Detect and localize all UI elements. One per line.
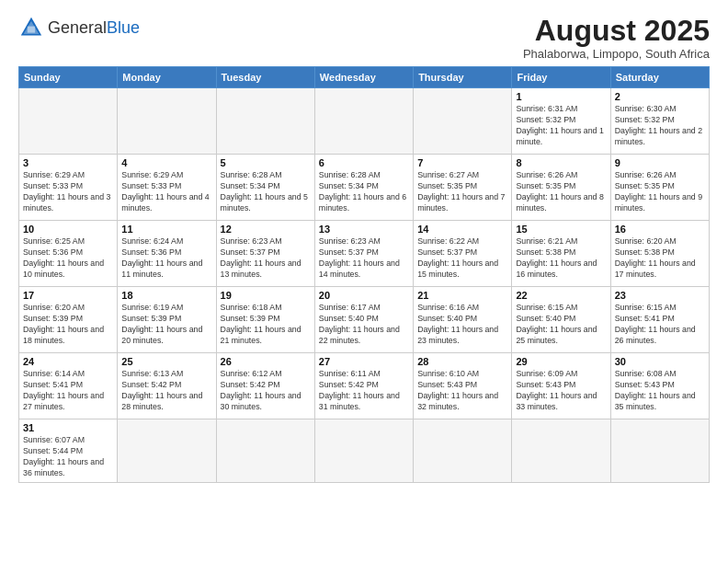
calendar-cell: 9Sunrise: 6:26 AM Sunset: 5:35 PM Daylig… xyxy=(610,155,709,221)
day-info: Sunrise: 6:18 AM Sunset: 5:39 PM Dayligh… xyxy=(221,303,311,347)
day-info: Sunrise: 6:29 AM Sunset: 5:33 PM Dayligh… xyxy=(121,170,211,214)
day-info: Sunrise: 6:15 AM Sunset: 5:41 PM Dayligh… xyxy=(615,303,705,347)
day-number: 3 xyxy=(23,157,113,168)
day-info: Sunrise: 6:30 AM Sunset: 5:32 PM Dayligh… xyxy=(615,104,705,148)
day-number: 22 xyxy=(516,290,606,301)
location-subtitle: Phalaborwa, Limpopo, South Africa xyxy=(523,47,710,61)
calendar-week-row: 3Sunrise: 6:29 AM Sunset: 5:33 PM Daylig… xyxy=(19,155,710,221)
calendar-cell xyxy=(118,419,216,483)
weekday-header-friday: Friday xyxy=(512,67,610,88)
calendar-cell: 18Sunrise: 6:19 AM Sunset: 5:39 PM Dayli… xyxy=(118,287,216,353)
weekday-header-thursday: Thursday xyxy=(414,67,512,88)
calendar-week-row: 1Sunrise: 6:31 AM Sunset: 5:32 PM Daylig… xyxy=(19,88,710,155)
calendar-cell: 2Sunrise: 6:30 AM Sunset: 5:32 PM Daylig… xyxy=(610,88,709,155)
calendar-cell: 20Sunrise: 6:17 AM Sunset: 5:40 PM Dayli… xyxy=(314,287,413,353)
day-info: Sunrise: 6:28 AM Sunset: 5:34 PM Dayligh… xyxy=(319,170,409,214)
calendar-cell xyxy=(118,88,216,155)
calendar-week-row: 17Sunrise: 6:20 AM Sunset: 5:39 PM Dayli… xyxy=(19,287,710,353)
calendar-cell: 25Sunrise: 6:13 AM Sunset: 5:42 PM Dayli… xyxy=(118,353,216,419)
day-number: 13 xyxy=(319,224,409,235)
day-number: 18 xyxy=(121,290,211,301)
day-info: Sunrise: 6:25 AM Sunset: 5:36 PM Dayligh… xyxy=(23,236,113,281)
day-info: Sunrise: 6:29 AM Sunset: 5:33 PM Dayligh… xyxy=(23,170,113,214)
day-number: 26 xyxy=(221,356,311,367)
day-number: 30 xyxy=(615,356,705,367)
calendar-cell: 7Sunrise: 6:27 AM Sunset: 5:35 PM Daylig… xyxy=(414,155,512,221)
calendar-cell: 6Sunrise: 6:28 AM Sunset: 5:34 PM Daylig… xyxy=(314,155,413,221)
day-info: Sunrise: 6:26 AM Sunset: 5:35 PM Dayligh… xyxy=(615,170,705,214)
weekday-header-tuesday: Tuesday xyxy=(216,67,314,88)
calendar-week-row: 24Sunrise: 6:14 AM Sunset: 5:41 PM Dayli… xyxy=(19,353,710,419)
weekday-header-row: SundayMondayTuesdayWednesdayThursdayFrid… xyxy=(19,67,710,88)
day-info: Sunrise: 6:24 AM Sunset: 5:36 PM Dayligh… xyxy=(121,236,211,281)
calendar-cell: 19Sunrise: 6:18 AM Sunset: 5:39 PM Dayli… xyxy=(216,287,314,353)
calendar-cell: 3Sunrise: 6:29 AM Sunset: 5:33 PM Daylig… xyxy=(19,155,118,221)
day-info: Sunrise: 6:15 AM Sunset: 5:40 PM Dayligh… xyxy=(516,303,606,347)
day-number: 15 xyxy=(516,224,606,235)
logo-icon xyxy=(18,15,44,40)
day-info: Sunrise: 6:31 AM Sunset: 5:32 PM Dayligh… xyxy=(516,104,606,148)
day-number: 31 xyxy=(23,422,113,433)
day-number: 11 xyxy=(121,224,211,235)
day-info: Sunrise: 6:27 AM Sunset: 5:35 PM Dayligh… xyxy=(417,170,507,214)
day-info: Sunrise: 6:11 AM Sunset: 5:42 PM Dayligh… xyxy=(319,369,409,413)
calendar-cell: 13Sunrise: 6:23 AM Sunset: 5:37 PM Dayli… xyxy=(314,221,413,287)
calendar-cell xyxy=(512,419,610,483)
calendar-cell: 11Sunrise: 6:24 AM Sunset: 5:36 PM Dayli… xyxy=(118,221,216,287)
calendar-cell xyxy=(216,88,314,155)
calendar-cell xyxy=(216,419,314,483)
calendar-cell: 16Sunrise: 6:20 AM Sunset: 5:38 PM Dayli… xyxy=(610,221,709,287)
page: GeneralBlue August 2025 Phalaborwa, Limp… xyxy=(0,0,728,563)
header-area: GeneralBlue August 2025 Phalaborwa, Limp… xyxy=(18,15,710,61)
logo: GeneralBlue xyxy=(18,15,140,40)
calendar-cell: 28Sunrise: 6:10 AM Sunset: 5:43 PM Dayli… xyxy=(414,353,512,419)
day-number: 28 xyxy=(417,356,507,367)
calendar-cell: 1Sunrise: 6:31 AM Sunset: 5:32 PM Daylig… xyxy=(512,88,610,155)
title-area: August 2025 Phalaborwa, Limpopo, South A… xyxy=(523,15,710,61)
day-info: Sunrise: 6:10 AM Sunset: 5:43 PM Dayligh… xyxy=(417,369,507,413)
logo-text: GeneralBlue xyxy=(48,19,140,36)
calendar-cell xyxy=(414,88,512,155)
day-number: 23 xyxy=(615,290,705,301)
calendar-cell: 12Sunrise: 6:23 AM Sunset: 5:37 PM Dayli… xyxy=(216,221,314,287)
day-number: 25 xyxy=(121,356,211,367)
day-number: 19 xyxy=(221,290,311,301)
day-number: 17 xyxy=(23,290,113,301)
day-number: 9 xyxy=(615,157,705,168)
calendar-cell: 15Sunrise: 6:21 AM Sunset: 5:38 PM Dayli… xyxy=(512,221,610,287)
day-info: Sunrise: 6:14 AM Sunset: 5:41 PM Dayligh… xyxy=(23,369,113,413)
day-info: Sunrise: 6:13 AM Sunset: 5:42 PM Dayligh… xyxy=(121,369,211,413)
day-number: 6 xyxy=(319,157,409,168)
day-number: 2 xyxy=(615,91,705,102)
weekday-header-saturday: Saturday xyxy=(610,67,709,88)
day-number: 21 xyxy=(417,290,507,301)
calendar-week-row: 10Sunrise: 6:25 AM Sunset: 5:36 PM Dayli… xyxy=(19,221,710,287)
day-number: 20 xyxy=(319,290,409,301)
calendar-cell xyxy=(19,88,118,155)
day-number: 10 xyxy=(23,224,113,235)
day-info: Sunrise: 6:19 AM Sunset: 5:39 PM Dayligh… xyxy=(121,303,211,347)
weekday-header-wednesday: Wednesday xyxy=(314,67,413,88)
day-info: Sunrise: 6:28 AM Sunset: 5:34 PM Dayligh… xyxy=(221,170,311,214)
calendar-cell xyxy=(314,419,413,483)
day-info: Sunrise: 6:20 AM Sunset: 5:39 PM Dayligh… xyxy=(23,303,113,347)
calendar-table: SundayMondayTuesdayWednesdayThursdayFrid… xyxy=(18,66,710,483)
day-number: 29 xyxy=(516,356,606,367)
calendar-cell: 31Sunrise: 6:07 AM Sunset: 5:44 PM Dayli… xyxy=(19,419,118,483)
day-number: 12 xyxy=(221,224,311,235)
day-info: Sunrise: 6:22 AM Sunset: 5:37 PM Dayligh… xyxy=(417,236,507,281)
day-info: Sunrise: 6:09 AM Sunset: 5:43 PM Dayligh… xyxy=(516,369,606,413)
calendar-cell: 21Sunrise: 6:16 AM Sunset: 5:40 PM Dayli… xyxy=(414,287,512,353)
day-number: 16 xyxy=(615,224,705,235)
calendar-cell xyxy=(610,419,709,483)
day-info: Sunrise: 6:16 AM Sunset: 5:40 PM Dayligh… xyxy=(417,303,507,347)
day-info: Sunrise: 6:20 AM Sunset: 5:38 PM Dayligh… xyxy=(615,236,705,281)
day-info: Sunrise: 6:07 AM Sunset: 5:44 PM Dayligh… xyxy=(23,435,113,479)
day-number: 24 xyxy=(23,356,113,367)
day-info: Sunrise: 6:08 AM Sunset: 5:43 PM Dayligh… xyxy=(615,369,705,413)
calendar-cell xyxy=(414,419,512,483)
day-info: Sunrise: 6:21 AM Sunset: 5:38 PM Dayligh… xyxy=(516,236,606,281)
day-number: 7 xyxy=(417,157,507,168)
day-number: 14 xyxy=(417,224,507,235)
calendar-week-row: 31Sunrise: 6:07 AM Sunset: 5:44 PM Dayli… xyxy=(19,419,710,483)
